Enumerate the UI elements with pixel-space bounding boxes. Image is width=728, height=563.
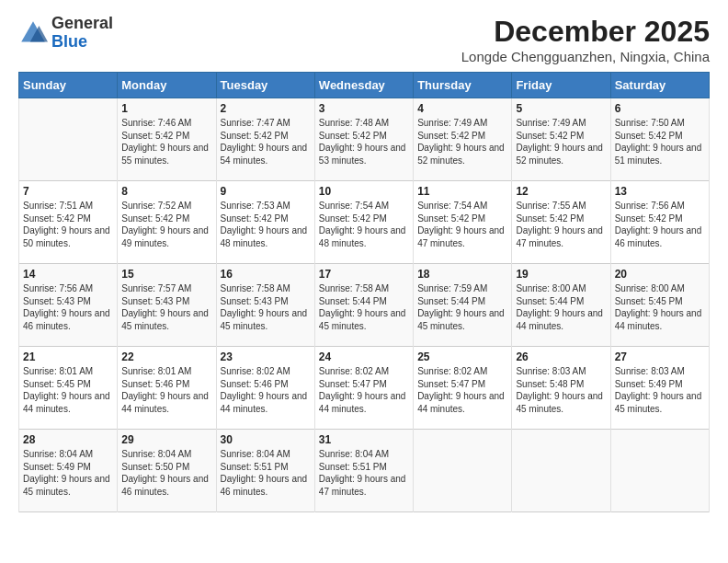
cell-content: Sunrise: 7:54 AMSunset: 5:42 PMDaylight:…	[417, 200, 507, 249]
calendar-cell: 21Sunrise: 8:01 AMSunset: 5:45 PMDayligh…	[19, 347, 118, 430]
cell-content: Sunrise: 8:01 AMSunset: 5:46 PMDaylight:…	[121, 365, 211, 415]
day-number: 16	[221, 268, 311, 281]
cell-content: Sunrise: 7:54 AMSunset: 5:42 PMDaylight:…	[319, 200, 409, 249]
cell-content: Sunrise: 8:04 AMSunset: 5:49 PMDaylight:…	[23, 448, 113, 498]
day-number: 22	[121, 350, 211, 363]
calendar-cell: 14Sunrise: 7:56 AMSunset: 5:43 PMDayligh…	[19, 264, 118, 347]
day-number: 5	[516, 102, 606, 115]
day-number: 21	[23, 350, 113, 363]
day-number: 15	[121, 268, 211, 281]
cell-content: Sunrise: 8:02 AMSunset: 5:46 PMDaylight:…	[221, 365, 311, 415]
header-monday: Monday	[118, 73, 216, 98]
cell-content: Sunrise: 8:04 AMSunset: 5:50 PMDaylight:…	[121, 448, 211, 498]
calendar-cell: 2Sunrise: 7:47 AMSunset: 5:42 PMDaylight…	[216, 98, 314, 181]
cell-content: Sunrise: 8:02 AMSunset: 5:47 PMDaylight:…	[319, 365, 409, 415]
logo-icon	[18, 18, 48, 48]
day-number: 3	[319, 102, 409, 115]
calendar-cell	[414, 430, 512, 512]
day-number: 18	[417, 268, 507, 281]
cell-content: Sunrise: 7:47 AMSunset: 5:42 PMDaylight:…	[221, 117, 311, 167]
day-number: 12	[516, 185, 606, 198]
cell-content: Sunrise: 7:51 AMSunset: 5:42 PMDaylight:…	[23, 200, 113, 249]
cell-content: Sunrise: 7:46 AMSunset: 5:42 PMDaylight:…	[121, 117, 211, 167]
day-number: 9	[221, 185, 311, 198]
day-number: 6	[615, 102, 705, 115]
calendar-cell: 16Sunrise: 7:58 AMSunset: 5:43 PMDayligh…	[216, 264, 314, 347]
cell-content: Sunrise: 7:58 AMSunset: 5:43 PMDaylight:…	[221, 282, 311, 332]
logo-blue-text: Blue	[51, 32, 87, 51]
logo: General Blue	[18, 15, 113, 52]
calendar-cell	[610, 430, 709, 512]
calendar-cell: 5Sunrise: 7:49 AMSunset: 5:42 PMDaylight…	[512, 98, 610, 181]
calendar-week-2: 7Sunrise: 7:51 AMSunset: 5:42 PMDaylight…	[19, 181, 710, 264]
calendar-cell: 18Sunrise: 7:59 AMSunset: 5:44 PMDayligh…	[414, 264, 512, 347]
calendar-cell: 27Sunrise: 8:03 AMSunset: 5:49 PMDayligh…	[610, 347, 709, 430]
day-number: 24	[319, 350, 409, 363]
calendar-week-4: 21Sunrise: 8:01 AMSunset: 5:45 PMDayligh…	[19, 347, 710, 430]
header-friday: Friday	[512, 73, 610, 98]
cell-content: Sunrise: 7:53 AMSunset: 5:42 PMDaylight:…	[221, 200, 311, 249]
day-number: 1	[121, 102, 211, 115]
header-thursday: Thursday	[414, 73, 512, 98]
cell-content: Sunrise: 7:49 AMSunset: 5:42 PMDaylight:…	[516, 117, 606, 167]
calendar-cell: 17Sunrise: 7:58 AMSunset: 5:44 PMDayligh…	[314, 264, 413, 347]
day-number: 13	[615, 185, 705, 198]
calendar-cell: 23Sunrise: 8:02 AMSunset: 5:46 PMDayligh…	[216, 347, 314, 430]
cell-content: Sunrise: 8:03 AMSunset: 5:49 PMDaylight:…	[615, 365, 705, 415]
cell-content: Sunrise: 8:00 AMSunset: 5:45 PMDaylight:…	[615, 282, 705, 332]
calendar-cell: 6Sunrise: 7:50 AMSunset: 5:42 PMDaylight…	[610, 98, 709, 181]
calendar-cell: 13Sunrise: 7:56 AMSunset: 5:42 PMDayligh…	[610, 181, 709, 264]
day-number: 10	[319, 185, 409, 198]
cell-content: Sunrise: 7:52 AMSunset: 5:42 PMDaylight:…	[121, 200, 211, 249]
calendar-week-1: 1Sunrise: 7:46 AMSunset: 5:42 PMDaylight…	[19, 98, 710, 181]
location-subtitle: Longde Chengguanzhen, Ningxia, China	[461, 49, 710, 64]
calendar-cell	[512, 430, 610, 512]
cell-content: Sunrise: 8:00 AMSunset: 5:44 PMDaylight:…	[516, 282, 606, 332]
calendar-table: SundayMondayTuesdayWednesdayThursdayFrid…	[18, 72, 710, 512]
calendar-cell: 4Sunrise: 7:49 AMSunset: 5:42 PMDaylight…	[414, 98, 512, 181]
header-tuesday: Tuesday	[216, 73, 314, 98]
calendar-cell: 8Sunrise: 7:52 AMSunset: 5:42 PMDaylight…	[118, 181, 216, 264]
cell-content: Sunrise: 7:59 AMSunset: 5:44 PMDaylight:…	[417, 282, 507, 332]
calendar-cell: 11Sunrise: 7:54 AMSunset: 5:42 PMDayligh…	[414, 181, 512, 264]
header-saturday: Saturday	[610, 73, 709, 98]
calendar-cell: 24Sunrise: 8:02 AMSunset: 5:47 PMDayligh…	[314, 347, 413, 430]
cell-content: Sunrise: 7:49 AMSunset: 5:42 PMDaylight:…	[417, 117, 507, 167]
day-number: 30	[221, 433, 311, 446]
calendar-cell: 19Sunrise: 8:00 AMSunset: 5:44 PMDayligh…	[512, 264, 610, 347]
cell-content: Sunrise: 7:57 AMSunset: 5:43 PMDaylight:…	[121, 282, 211, 332]
calendar-cell: 9Sunrise: 7:53 AMSunset: 5:42 PMDaylight…	[216, 181, 314, 264]
calendar-cell	[19, 98, 118, 181]
cell-content: Sunrise: 7:58 AMSunset: 5:44 PMDaylight:…	[319, 282, 409, 332]
cell-content: Sunrise: 8:02 AMSunset: 5:47 PMDaylight:…	[417, 365, 507, 415]
day-number: 28	[23, 433, 113, 446]
logo-general-text: General	[51, 14, 113, 32]
calendar-cell: 3Sunrise: 7:48 AMSunset: 5:42 PMDaylight…	[314, 98, 413, 181]
calendar-cell: 28Sunrise: 8:04 AMSunset: 5:49 PMDayligh…	[19, 430, 118, 512]
calendar-week-3: 14Sunrise: 7:56 AMSunset: 5:43 PMDayligh…	[19, 264, 710, 347]
day-number: 25	[417, 350, 507, 363]
title-block: December 2025 Longde Chengguanzhen, Ning…	[461, 15, 710, 64]
cell-content: Sunrise: 7:56 AMSunset: 5:42 PMDaylight:…	[615, 200, 705, 249]
calendar-cell: 1Sunrise: 7:46 AMSunset: 5:42 PMDaylight…	[118, 98, 216, 181]
month-year-title: December 2025	[461, 15, 710, 49]
day-number: 26	[516, 350, 606, 363]
day-number: 29	[121, 433, 211, 446]
cell-content: Sunrise: 8:01 AMSunset: 5:45 PMDaylight:…	[23, 365, 113, 415]
cell-content: Sunrise: 8:04 AMSunset: 5:51 PMDaylight:…	[319, 448, 409, 498]
day-number: 2	[221, 102, 311, 115]
calendar-cell: 20Sunrise: 8:00 AMSunset: 5:45 PMDayligh…	[610, 264, 709, 347]
calendar-cell: 26Sunrise: 8:03 AMSunset: 5:48 PMDayligh…	[512, 347, 610, 430]
cell-content: Sunrise: 8:04 AMSunset: 5:51 PMDaylight:…	[221, 448, 311, 498]
calendar-cell: 12Sunrise: 7:55 AMSunset: 5:42 PMDayligh…	[512, 181, 610, 264]
calendar-cell: 30Sunrise: 8:04 AMSunset: 5:51 PMDayligh…	[216, 430, 314, 512]
calendar-header-row: SundayMondayTuesdayWednesdayThursdayFrid…	[19, 73, 710, 98]
cell-content: Sunrise: 7:48 AMSunset: 5:42 PMDaylight:…	[319, 117, 409, 167]
day-number: 7	[23, 185, 113, 198]
day-number: 19	[516, 268, 606, 281]
calendar-cell: 22Sunrise: 8:01 AMSunset: 5:46 PMDayligh…	[118, 347, 216, 430]
day-number: 27	[615, 350, 705, 363]
day-number: 14	[23, 268, 113, 281]
calendar-week-5: 28Sunrise: 8:04 AMSunset: 5:49 PMDayligh…	[19, 430, 710, 512]
calendar-cell: 25Sunrise: 8:02 AMSunset: 5:47 PMDayligh…	[414, 347, 512, 430]
